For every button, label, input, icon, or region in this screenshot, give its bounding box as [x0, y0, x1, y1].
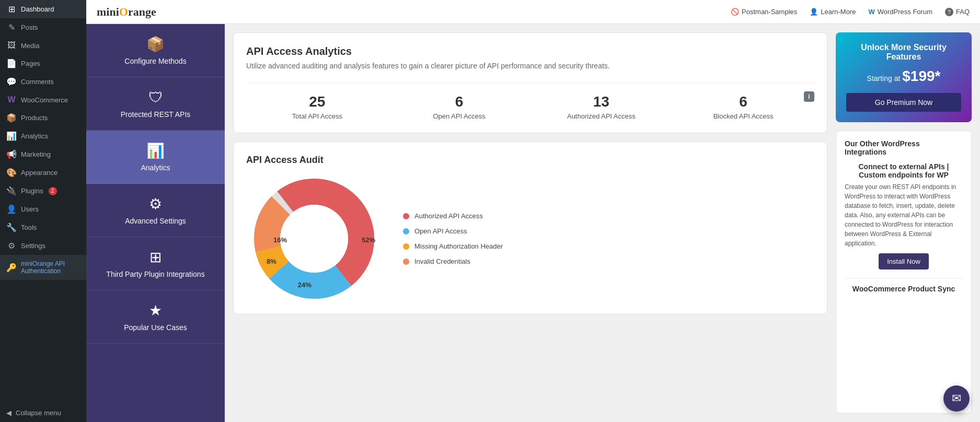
collapse-menu-button[interactable]: ◀ Collapse menu — [0, 404, 86, 422]
premium-price-value: $199* — [902, 68, 940, 84]
page-content: API Access Analytics Utilize advanced au… — [225, 24, 980, 422]
products-icon: 📦 — [6, 113, 17, 123]
sidebar-item-dashboard[interactable]: ⊞ Dashboard — [0, 0, 86, 18]
settings-icon: ⚙ — [6, 241, 17, 251]
advanced-icon: ⚙ — [149, 195, 162, 213]
integration-custom-api: Connect to external APIs | Custom endpoi… — [845, 162, 963, 269]
analytics-card: API Access Analytics Utilize advanced au… — [233, 32, 827, 133]
nav-usecases[interactable]: ★ Popular Use Cases — [86, 290, 225, 344]
plugins-badge: 2 — [49, 187, 57, 195]
main-wrapper: mini O range 🚫 Postman-Samples 👤 Learn-M… — [86, 0, 980, 422]
divider — [845, 278, 963, 278]
stat-open: 6 Open API Access — [388, 93, 531, 120]
wordpress-forum-link[interactable]: W WordPress Forum — [868, 8, 932, 16]
faq-icon: ? — [945, 8, 953, 16]
comments-icon: 💬 — [6, 77, 17, 87]
learn-more-link[interactable]: 👤 Learn-More — [810, 8, 856, 16]
thirdparty-icon: ⊞ — [149, 249, 162, 266]
nav-protected-rest[interactable]: 🛡 Protected REST APIs — [86, 77, 225, 131]
sidebar-item-posts[interactable]: ✎ Posts — [0, 18, 86, 37]
premium-title: Unlock More Security Features — [846, 43, 961, 62]
right-panel: Unlock More Security Features Starting a… — [836, 32, 972, 414]
audit-card: API Access Audit — [233, 142, 827, 314]
legend-dot-missing — [403, 243, 409, 250]
stat-blocked: 6 Blocked API Access — [672, 93, 814, 120]
sidebar-item-media[interactable]: 🖼 Media — [0, 37, 86, 54]
audit-card-title: API Access Audit — [246, 155, 814, 166]
legend-invalid: Invalid Credentials — [403, 257, 503, 265]
sidebar-item-marketing[interactable]: 📢 Marketing — [0, 145, 86, 163]
integration-name-woocommerce: WooCommerce Product Sync — [845, 285, 963, 293]
chart-legend: Authorized API Access Open API Access Mi… — [403, 212, 503, 265]
marketing-icon: 📢 — [6, 149, 17, 159]
top-header: mini O range 🚫 Postman-Samples 👤 Learn-M… — [86, 0, 980, 24]
sidebar-item-settings[interactable]: ⚙ Settings — [0, 237, 86, 255]
legend-dot-authorized — [403, 213, 409, 219]
sidebar-item-woocommerce[interactable]: W WooCommerce — [0, 91, 86, 109]
integrations-title: Our Other WordPress Integrations — [845, 139, 963, 156]
premium-card: Unlock More Security Features Starting a… — [836, 32, 972, 122]
nav-configure-methods[interactable]: 📦 Configure Methods — [86, 24, 225, 77]
media-icon: 🖼 — [6, 41, 17, 50]
analytics-icon: 📊 — [6, 131, 17, 141]
chart-label-52: 52% — [362, 236, 375, 244]
chart-label-8: 8% — [267, 257, 276, 265]
analytics-card-subtitle: Utilize advanced auditing and analysis f… — [246, 62, 814, 70]
nav-advanced-settings[interactable]: ⚙ Advanced Settings — [86, 184, 225, 237]
legend-authorized: Authorized API Access — [403, 212, 503, 220]
miniorange-icon: 🔑 — [6, 263, 17, 273]
dashboard-icon: ⊞ — [6, 4, 17, 14]
integration-name-custom-api: Connect to external APIs | Custom endpoi… — [845, 162, 963, 179]
logo: mini O range — [97, 5, 156, 19]
pages-icon: 📄 — [6, 58, 17, 68]
chat-icon: ✉ — [952, 392, 961, 405]
chart-area: 16% 8% 52% 24% Authorized API Access — [246, 176, 814, 301]
premium-price: Starting at $199* — [846, 68, 961, 85]
content-row: 📦 Configure Methods 🛡 Protected REST API… — [86, 24, 980, 422]
legend-open: Open API Access — [403, 227, 503, 235]
chart-label-24: 24% — [298, 281, 312, 289]
info-icon[interactable]: i — [804, 91, 814, 102]
install-now-button-custom-api[interactable]: Install Now — [879, 253, 929, 269]
go-premium-button[interactable]: Go Premium Now — [846, 93, 961, 112]
sidebar-item-plugins[interactable]: 🔌 Plugins 2 — [0, 182, 86, 200]
legend-dot-open — [403, 228, 409, 235]
nav-thirdparty[interactable]: ⊞ Third Party Plugin Integrations — [86, 237, 225, 290]
sidebar-item-pages[interactable]: 📄 Pages — [0, 54, 86, 73]
header-links: 🚫 Postman-Samples 👤 Learn-More W WordPre… — [731, 8, 970, 16]
nav-analytics[interactable]: 📊 Analytics — [86, 131, 225, 184]
collapse-icon: ◀ — [6, 409, 11, 417]
legend-missing: Missing Authorization Header — [403, 242, 503, 250]
appearance-icon: 🎨 — [6, 168, 17, 178]
postman-icon: 🚫 — [731, 8, 739, 16]
donut-chart: 16% 8% 52% 24% — [246, 176, 382, 301]
posts-icon: ✎ — [6, 22, 17, 32]
integrations-card: Our Other WordPress Integrations Connect… — [836, 131, 972, 414]
chat-bubble[interactable]: ✉ — [943, 385, 970, 412]
stat-authorized: 13 Authorized API Access — [531, 93, 673, 120]
tools-icon: 🔧 — [6, 222, 17, 232]
sidebar-item-appearance[interactable]: 🎨 Appearance — [0, 163, 86, 182]
stat-total: 25 Total API Access — [246, 93, 388, 120]
sidebar-item-products[interactable]: 📦 Products — [0, 109, 86, 127]
plugin-sidebar: 📦 Configure Methods 🛡 Protected REST API… — [86, 24, 225, 422]
faq-link[interactable]: ? FAQ — [945, 8, 970, 16]
center-panel: API Access Analytics Utilize advanced au… — [233, 32, 827, 414]
configure-icon: 📦 — [146, 36, 165, 53]
postman-link[interactable]: 🚫 Postman-Samples — [731, 8, 797, 16]
analytics-nav-icon: 📊 — [146, 142, 165, 159]
wordpress-icon: W — [868, 8, 874, 16]
usecases-icon: ★ — [149, 302, 162, 319]
stats-row: 25 Total API Access 6 Open API Access 13… — [246, 83, 814, 120]
wp-admin-sidebar: ⊞ Dashboard ✎ Posts 🖼 Media 📄 Pages 💬 Co… — [0, 0, 86, 422]
learn-icon: 👤 — [810, 8, 818, 16]
sidebar-item-tools[interactable]: 🔧 Tools — [0, 218, 86, 237]
sidebar-item-users[interactable]: 👤 Users — [0, 200, 86, 218]
chart-label-16: 16% — [273, 236, 287, 244]
integration-desc-custom-api: Create your own REST API endpoints in Wo… — [845, 182, 963, 248]
legend-dot-invalid — [403, 259, 409, 265]
sidebar-item-analytics[interactable]: 📊 Analytics — [0, 127, 86, 145]
sidebar-item-miniorange[interactable]: 🔑 miniOrange API Authentication — [0, 255, 86, 280]
integration-woocommerce: WooCommerce Product Sync — [845, 285, 963, 293]
sidebar-item-comments[interactable]: 💬 Comments — [0, 73, 86, 91]
